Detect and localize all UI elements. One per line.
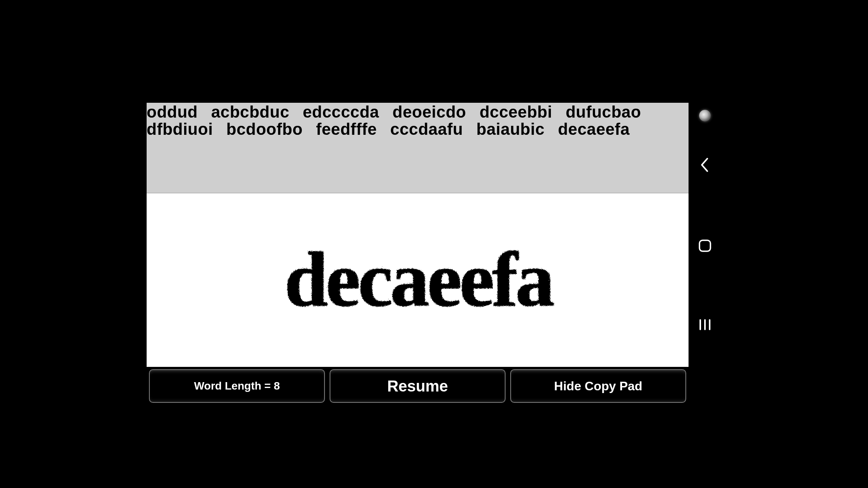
button-bar: Word Length = 8 Resume Hide Copy Pad: [147, 367, 689, 406]
typed-words-strip: oddud acbcbduc edccccda deoeicdo dcceebb…: [147, 82, 689, 193]
system-nav-rail: [689, 82, 721, 406]
resume-button[interactable]: Resume: [330, 369, 506, 403]
typed-word: cccdaafu: [390, 120, 463, 138]
typed-word: acbcbduc: [211, 103, 289, 121]
word-length-button[interactable]: Word Length = 8: [149, 369, 325, 403]
typed-word: bcdoofbo: [226, 120, 303, 138]
back-icon[interactable]: [699, 157, 710, 173]
app-window: oddud acbcbduc edccccda deoeicdo dcceebb…: [147, 82, 721, 406]
recents-icon[interactable]: [698, 319, 712, 331]
typed-word: dcceebbi: [479, 103, 552, 121]
typed-word: baiaubic: [476, 120, 544, 138]
handwriting-canvas[interactable]: decaeefa: [147, 193, 689, 367]
home-icon[interactable]: [698, 239, 712, 252]
typed-word: oddud: [147, 103, 198, 121]
app-content: oddud acbcbduc edccccda deoeicdo dcceebb…: [147, 82, 689, 406]
hide-copy-pad-label: Hide Copy Pad: [554, 379, 642, 393]
typed-word: feedfffe: [316, 120, 377, 138]
typed-word: deoeicdo: [393, 103, 466, 121]
resume-label: Resume: [387, 377, 448, 395]
camera-icon: [699, 110, 711, 122]
handwritten-word: decaeefa: [284, 234, 552, 323]
typed-word: edccccda: [303, 103, 379, 121]
typed-word: decaeefa: [558, 120, 630, 138]
hide-copy-pad-button[interactable]: Hide Copy Pad: [510, 369, 686, 403]
word-length-label: Word Length = 8: [194, 380, 280, 392]
typed-word: dfbdiuoi: [147, 120, 213, 138]
typed-word: dufucbao: [566, 103, 641, 121]
svg-rect-0: [699, 240, 710, 251]
